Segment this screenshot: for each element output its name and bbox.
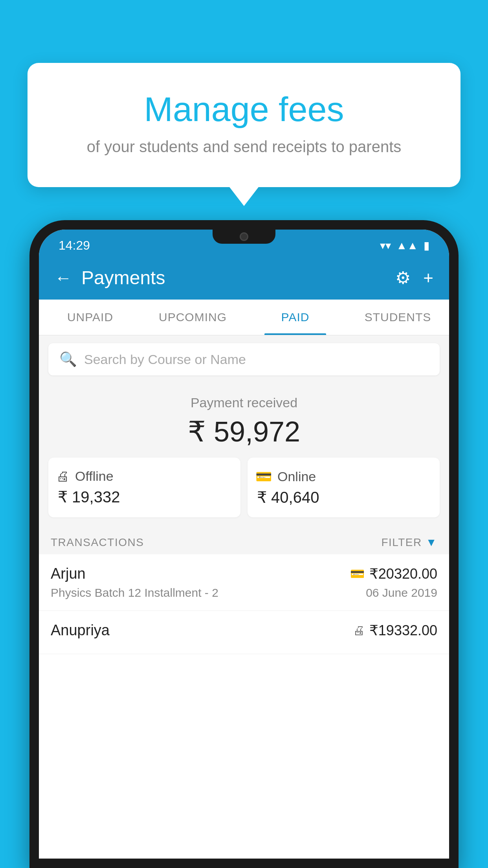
offline-label: Offline xyxy=(75,469,114,484)
tooltip-card: Manage fees of your students and send re… xyxy=(28,63,460,187)
transaction-amount: ₹19332.00 xyxy=(369,622,437,639)
tab-students[interactable]: STUDENTS xyxy=(347,300,449,335)
offline-payment-card: 🖨 Offline ₹ 19,332 xyxy=(48,458,240,517)
tab-paid[interactable]: PAID xyxy=(244,300,347,335)
online-icon: 💳 xyxy=(255,469,272,484)
signal-icon: ▲▲ xyxy=(396,239,418,252)
transaction-name: Anupriya xyxy=(51,622,110,639)
online-label: Online xyxy=(277,469,316,484)
tooltip-subtitle: of your students and send receipts to pa… xyxy=(51,138,437,156)
offline-icon: 🖨 xyxy=(56,469,70,484)
transaction-amount-wrap: 💳 ₹20320.00 xyxy=(350,566,437,582)
payment-type-icon: 🖨 xyxy=(353,624,365,637)
online-amount: ₹ 40,640 xyxy=(255,488,319,506)
transaction-date: 06 June 2019 xyxy=(366,586,437,600)
transaction-main-row: Arjun 💳 ₹20320.00 xyxy=(51,565,437,582)
filter-label: FILTER xyxy=(381,536,422,549)
search-bar-wrap: 🔍 Search by Course or Name xyxy=(39,335,449,383)
tabs-bar: UNPAID UPCOMING PAID STUDENTS xyxy=(39,300,449,335)
back-button[interactable]: ← xyxy=(55,268,72,288)
tab-unpaid[interactable]: UNPAID xyxy=(39,300,141,335)
settings-icon[interactable]: ⚙ xyxy=(395,268,411,288)
payment-received-label: Payment received xyxy=(48,395,440,410)
search-placeholder: Search by Course or Name xyxy=(84,352,246,367)
app-header: ← Payments ⚙ + xyxy=(39,257,449,300)
transactions-header: TRANSACTIONS FILTER ▼ xyxy=(39,527,449,554)
transaction-item[interactable]: Arjun 💳 ₹20320.00 Physics Batch 12 Insta… xyxy=(39,554,449,611)
filter-button[interactable]: FILTER ▼ xyxy=(381,536,437,549)
online-card-header: 💳 Online xyxy=(255,469,316,484)
status-icons: ▾▾ ▲▲ ▮ xyxy=(380,239,429,252)
search-icon: 🔍 xyxy=(59,351,77,368)
battery-icon: ▮ xyxy=(424,239,429,252)
wifi-icon: ▾▾ xyxy=(380,239,391,252)
transaction-amount: ₹20320.00 xyxy=(369,566,437,582)
payment-cards: 🖨 Offline ₹ 19,332 💳 Online ₹ 40,640 xyxy=(48,458,440,517)
phone-notch xyxy=(213,230,275,244)
transactions-label: TRANSACTIONS xyxy=(51,536,144,549)
header-left: ← Payments xyxy=(55,267,165,289)
transaction-list: Arjun 💳 ₹20320.00 Physics Batch 12 Insta… xyxy=(39,554,449,859)
camera xyxy=(240,232,248,241)
transaction-main-row: Anupriya 🖨 ₹19332.00 xyxy=(51,622,437,639)
transaction-item[interactable]: Anupriya 🖨 ₹19332.00 xyxy=(39,611,449,654)
phone-screen: 14:29 ▾▾ ▲▲ ▮ ← Payments ⚙ + UNPAID UPCO… xyxy=(39,230,449,859)
transaction-amount-wrap: 🖨 ₹19332.00 xyxy=(353,622,437,639)
tooltip-title: Manage fees xyxy=(51,90,437,129)
payment-received-amount: ₹ 59,972 xyxy=(48,415,440,448)
offline-card-header: 🖨 Offline xyxy=(56,469,114,484)
add-icon[interactable]: + xyxy=(423,268,433,288)
transaction-name: Arjun xyxy=(51,565,86,582)
offline-amount: ₹ 19,332 xyxy=(56,488,120,506)
phone-frame: 14:29 ▾▾ ▲▲ ▮ ← Payments ⚙ + UNPAID UPCO… xyxy=(29,220,459,868)
payment-type-icon: 💳 xyxy=(350,567,365,581)
transaction-sub-row: Physics Batch 12 Installment - 2 06 June… xyxy=(51,586,437,600)
tab-upcoming[interactable]: UPCOMING xyxy=(141,300,244,335)
status-time: 14:29 xyxy=(59,238,90,253)
header-right: ⚙ + xyxy=(395,268,433,288)
page-title: Payments xyxy=(81,267,165,289)
transaction-course: Physics Batch 12 Installment - 2 xyxy=(51,586,218,600)
search-bar[interactable]: 🔍 Search by Course or Name xyxy=(48,343,440,375)
payment-received-section: Payment received ₹ 59,972 🖨 Offline ₹ 19… xyxy=(39,383,449,527)
online-payment-card: 💳 Online ₹ 40,640 xyxy=(248,458,440,517)
filter-icon: ▼ xyxy=(426,536,437,549)
